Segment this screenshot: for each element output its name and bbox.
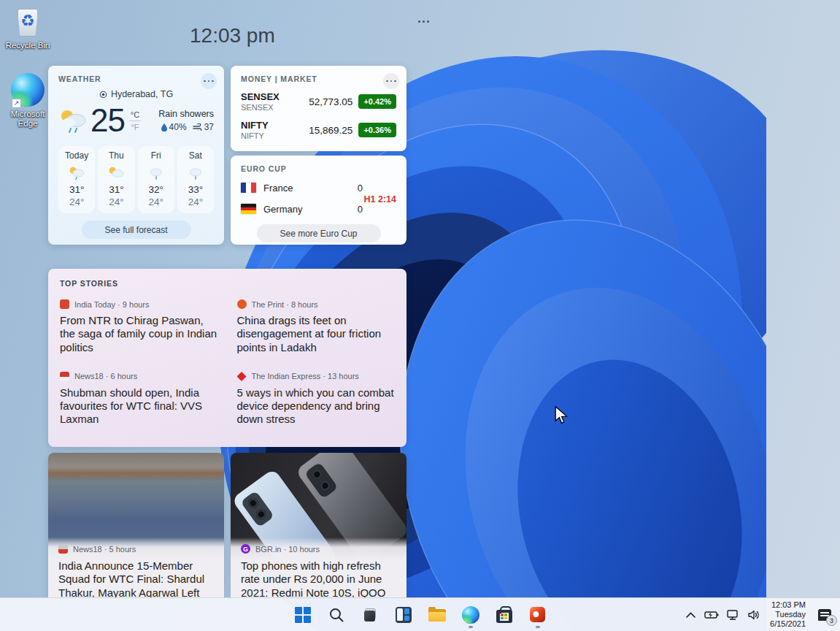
edge-icon: ↗ [10,73,45,108]
sensex-value: 52,773.05 [309,96,352,107]
speaker-icon [748,610,760,620]
sensex-change-badge: +0.42% [358,94,396,109]
rain-cloud-icon [187,166,204,180]
match-team-row[interactable]: France 0 [241,181,396,194]
euro-cup-title: EURO CUP [241,164,396,173]
office-icon [530,607,545,622]
widgets-icon [396,607,412,623]
droplet-icon [161,123,167,131]
volume-status[interactable] [746,604,762,626]
unit-toggle[interactable]: °C °F [129,110,141,131]
desktop-icon-microsoft-edge[interactable]: ↗ Microsoft Edge [0,73,55,129]
top-stories-widget: TOP STORIES India Today · 9 hours From N… [48,269,406,447]
germany-flag-icon [241,204,256,214]
tray-time: 12:03 PM [770,600,806,610]
ellipsis-icon [386,80,396,83]
weather-condition: Rain showers [158,109,214,119]
recycle-bin-icon: ♻ [10,4,45,39]
weather-location-row[interactable]: Hyderabad, TG [58,89,214,99]
desktop-icon-label: Microsoft Edge [0,110,55,129]
tray-chevron-button[interactable] [682,604,698,626]
market-menu-button[interactable] [383,73,399,89]
story-headline: From NTR to Chirag Paswan, the saga of f… [60,314,218,354]
forecast-day[interactable]: Fri 32° 24° [138,146,174,213]
notification-count-badge: 3 [826,615,837,626]
france-flag-icon [241,183,256,193]
network-status[interactable] [725,604,741,626]
running-indicator [536,626,540,628]
forecast-row: Today 31° 24° Thu 31° 24° Fri 32° 24° Sa… [58,146,214,213]
story-headline: China drags its feet on disengagement at… [237,314,396,354]
current-temperature: 25 [90,102,125,139]
weather-widget: WEATHER Hyderabad, TG 25 °C °F Rain show… [48,66,224,245]
battery-status[interactable] [704,604,720,626]
office-button[interactable] [525,600,550,630]
story-item[interactable]: The Indian Express · 13 hours 5 ways in … [237,372,396,427]
location-pin-icon [99,91,107,99]
weather-location: Hyderabad, TG [111,89,173,99]
store-bag-icon [496,610,512,623]
see-full-forecast-button[interactable]: See full forecast [82,221,191,239]
see-more-euro-cup-button[interactable]: See more Euro Cup [257,224,381,242]
bgr-icon: G [241,544,250,554]
battery-charging-icon [704,611,719,619]
news-headline: Top phones with high refresh rate under … [241,559,396,597]
unit-celsius[interactable]: °C [129,110,141,119]
rain-cloud-icon [147,166,165,180]
forecast-day[interactable]: Today 31° 24° [58,146,95,213]
india-today-icon [60,299,69,309]
forecast-day[interactable]: Sat 33° 24° [177,146,214,213]
chevron-up-icon [686,612,695,618]
search-icon [328,606,345,624]
story-item[interactable]: India Today · 9 hours From NTR to Chirag… [60,299,218,354]
tray-date: 6/15/2021 [770,619,806,629]
tray-day: Tuesday [770,610,806,619]
forecast-day[interactable]: Thu 31° 24° [98,146,134,213]
the-print-icon [237,299,247,309]
story-headline: Shubman should open, India favourites fo… [60,386,218,427]
task-view-icon [361,606,379,624]
story-headline: 5 ways in which you can combat device de… [237,386,396,427]
news-card-cricket[interactable]: News18 · 5 hours India Announce 15-Membe… [48,453,224,597]
file-explorer-button[interactable] [425,600,450,630]
taskbar: 12:03 PM Tuesday 6/15/2021 3 [0,597,840,631]
rain-showers-icon [58,108,88,133]
money-market-widget: MONEY | MARKET SENSEX SENSEX 52,773.05 +… [231,66,406,151]
market-row-nifty[interactable]: NIFTY NIFTY 15,869.25 +0.36% [241,120,396,140]
nifty-change-badge: +0.36% [358,123,396,137]
running-indicator [469,626,473,628]
desktop-icon-recycle-bin[interactable]: ♻ Recycle Bin [0,4,55,50]
shortcut-arrow-icon: ↗ [12,99,21,108]
desktop-icon-label: Recycle Bin [0,41,55,50]
ellipsis-icon [204,80,214,83]
edge-button[interactable] [458,600,483,630]
weather-menu-button[interactable] [201,73,217,89]
match-status: H1 2:14 [364,194,396,204]
news18-icon [60,372,69,381]
news-headline: India Announce 15-Member Squad for WTC F… [58,559,214,597]
story-item[interactable]: News18 · 6 hours Shubman should open, In… [60,372,218,427]
windows-logo-icon [295,607,311,623]
tray-clock[interactable]: 12:03 PM Tuesday 6/15/2021 [767,600,809,629]
task-view-button[interactable] [358,600,382,630]
notification-center-button[interactable]: 3 [814,604,836,626]
market-title: MONEY | MARKET [241,74,396,83]
widgets-panel-more-button[interactable] [415,16,432,26]
wind-value: 37 [204,122,214,132]
nifty-value: 15,869.25 [309,125,352,136]
story-item[interactable]: The Print · 8 hours China drags its feet… [237,299,396,354]
news18-icon [58,544,68,554]
news-card-phones[interactable]: GBGR.in · 10 hours Top phones with high … [231,453,406,597]
france-score: 0 [358,183,363,194]
search-button[interactable] [324,600,349,630]
sun-cloud-icon [107,166,125,180]
indian-express-icon [237,372,247,381]
microsoft-store-button[interactable] [492,600,517,630]
widgets-button[interactable] [391,600,416,630]
wind-icon [193,123,202,131]
market-row-sensex[interactable]: SENSEX SENSEX 52,773.05 +0.42% [241,91,396,112]
unit-fahrenheit[interactable]: °F [129,123,141,131]
germany-score: 0 [358,204,363,215]
start-button[interactable] [290,600,315,630]
widgets-panel-clock: 12:03 pm [190,24,275,47]
